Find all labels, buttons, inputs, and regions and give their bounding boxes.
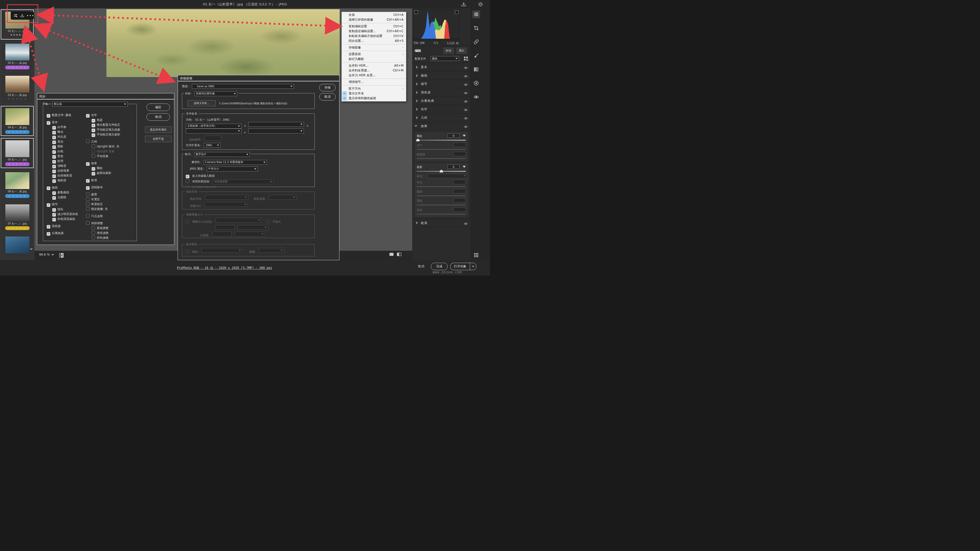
star-rating[interactable]: ☆ ☆ ☆ ☆ ☆ [1, 97, 33, 100]
feather-value[interactable] [453, 198, 466, 203]
checkbox[interactable]: ✓ [52, 160, 56, 164]
filmstrip-item-2[interactable]: 02 杠一...机.jpg☆ ☆ ☆ ☆ ☆ [1, 41, 34, 72]
panel-row[interactable]: 混色器 [412, 88, 470, 97]
thumbnail-image[interactable] [5, 140, 29, 157]
filmstrip-item-4[interactable]: 04 杠一...影.jpg☆ ☆ ☆ ☆ ☆ [1, 106, 34, 136]
color-label-badge[interactable]: ☆ ☆ ☆ ☆ ☆ [5, 130, 30, 134]
checkbox[interactable] [86, 202, 89, 206]
checkbox[interactable] [86, 207, 89, 210]
menu-item[interactable]: 合并到全景图...Ctrl+M [342, 68, 406, 73]
shadow-clipping-icon[interactable] [414, 10, 418, 14]
eye-icon[interactable] [464, 65, 468, 68]
zoom-control[interactable]: 96.6 % [39, 253, 54, 256]
jpeg-preview-select[interactable]: 中等大小 [207, 167, 258, 171]
done-button[interactable]: 完成 [431, 263, 448, 270]
profile-select[interactable]: 颜色 [431, 56, 459, 61]
panel-row[interactable]: 光学 [412, 105, 470, 114]
auto-button[interactable]: 自动 [443, 48, 453, 54]
checkbox[interactable]: ✓ [52, 208, 56, 212]
menu-item[interactable]: ✓显示评级和颜色标签 [342, 96, 406, 101]
checkbox[interactable]: ✓ [52, 131, 56, 135]
profile-browser-icon[interactable] [464, 56, 468, 62]
open-object-dropdown[interactable] [470, 263, 476, 270]
preset-select[interactable]: Save as DNG [192, 84, 294, 89]
roundness-slider[interactable] [417, 195, 466, 196]
vignette-style-select[interactable] [428, 174, 467, 178]
checkbox[interactable] [92, 144, 95, 148]
radial-gradient-tool-icon[interactable] [473, 79, 480, 87]
checkbox[interactable] [86, 197, 89, 201]
menu-item[interactable]: 复制选定编辑设置...Ctrl+Alt+C [342, 29, 406, 34]
crop-tool-icon[interactable] [473, 24, 480, 32]
vignette-slider[interactable] [417, 171, 466, 171]
grain-size-value[interactable] [453, 143, 466, 147]
filmstrip-item-5[interactable]: 05 杠一...》.jpg☆ ☆ ☆ ☆ ☆ [1, 138, 34, 168]
checkbox[interactable]: ✓ [52, 126, 56, 130]
healing-tool-icon[interactable] [473, 38, 480, 46]
midpoint-value[interactable] [453, 180, 466, 184]
vignette-value[interactable]: 0 [447, 165, 460, 169]
deselect-all-button[interactable]: 全部不选 [145, 136, 172, 142]
menu-item[interactable]: 同步设置...Alt+S [342, 38, 406, 43]
gear-icon[interactable] [478, 2, 484, 7]
thumbnail-image[interactable] [5, 108, 29, 125]
filmstrip-toggle-icon[interactable] [59, 252, 64, 259]
select-all-button[interactable]: 选定所有项目 [145, 127, 172, 133]
resize-w-input[interactable] [215, 225, 235, 230]
name-field-4[interactable] [248, 129, 304, 133]
menu-item[interactable]: 粘贴有关编辑方面的设置Ctrl+V [342, 34, 406, 38]
checkbox[interactable] [86, 140, 89, 143]
grain-size-slider[interactable] [417, 149, 466, 150]
checkbox[interactable]: ✓ [92, 124, 95, 127]
fit-select[interactable] [216, 218, 262, 223]
menu-item[interactable]: 设置星级› [342, 52, 406, 57]
menu-item[interactable]: ✓显示文件名 [342, 91, 406, 96]
resolution-unit-select[interactable] [234, 232, 265, 237]
checkbox[interactable] [92, 236, 95, 239]
red-eye-tool-icon[interactable] [473, 93, 480, 101]
lossy-select[interactable]: 保留像素数 [213, 179, 274, 184]
filmstrip-item-6[interactable]: 06 杠一...影.jpg☆ ☆ ☆ ☆ ☆ [1, 170, 34, 200]
checkbox[interactable]: ✓ [47, 114, 50, 118]
thumbnail-image[interactable] [5, 237, 29, 253]
midpoint-slider[interactable] [417, 186, 466, 187]
checkbox[interactable] [86, 221, 89, 225]
vignette-highlight-value[interactable] [453, 207, 466, 212]
panel-row[interactable]: 基本 [412, 63, 470, 71]
menu-item[interactable]: 复制编辑设置Ctrl+C [342, 24, 406, 29]
thumbnail-image[interactable] [5, 76, 29, 93]
menu-item[interactable]: 胶片方向› [342, 86, 406, 91]
filmstrip-item-3[interactable]: 03 杠一...影.jpg☆ ☆ ☆ ☆ ☆ [1, 74, 34, 104]
menu-item[interactable]: 合并到 HDR...Alt+M [342, 63, 406, 68]
eye-icon[interactable] [464, 116, 468, 119]
linear-gradient-tool-icon[interactable] [473, 65, 480, 73]
checkbox[interactable]: ✓ [52, 196, 56, 200]
no-enlarge-checkbox[interactable] [266, 220, 270, 223]
menu-item[interactable]: 增强细节... [342, 79, 406, 84]
name-field-3[interactable] [186, 129, 242, 133]
checkbox[interactable]: ✓ [92, 129, 95, 132]
brush-tool-icon[interactable] [473, 52, 480, 59]
star-rating[interactable]: ★★★★★ [1, 33, 33, 36]
thumbnail-image[interactable] [5, 44, 29, 60]
intent-select[interactable] [204, 202, 248, 207]
triangle-down-icon[interactable] [463, 135, 466, 137]
checkbox[interactable] [86, 192, 89, 196]
vignette-highlight-slider[interactable] [417, 214, 466, 214]
eye-icon[interactable] [464, 221, 468, 224]
checkbox[interactable]: ✓ [52, 150, 56, 154]
name-field-2[interactable] [248, 122, 304, 127]
grain-roughness-slider[interactable] [417, 158, 466, 159]
eye-icon[interactable] [464, 108, 468, 111]
checkbox[interactable]: ✓ [92, 167, 95, 171]
panel-row[interactable]: 细节 [412, 80, 470, 88]
name-field-1[interactable]: 文档名称（首字母大写） [186, 124, 242, 129]
eye-icon[interactable] [464, 124, 468, 127]
highlight-clipping-icon[interactable] [455, 10, 458, 14]
panel-row[interactable]: 分离色调 [412, 97, 470, 105]
eye-icon[interactable] [464, 83, 468, 86]
lossy-checkbox[interactable] [186, 179, 189, 183]
checkbox[interactable]: ✓ [52, 170, 56, 173]
checkbox[interactable] [92, 149, 95, 153]
checkbox[interactable]: ✓ [86, 179, 89, 183]
